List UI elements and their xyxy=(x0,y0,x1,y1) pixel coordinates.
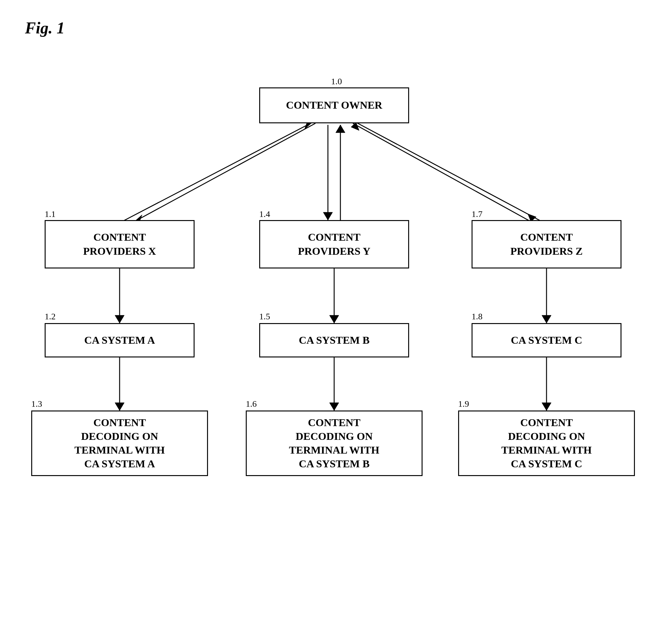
ca-a-box: CA SYSTEM A xyxy=(45,323,195,357)
svg-marker-7 xyxy=(336,125,345,133)
cp-z-box: CONTENT PROVIDERS Z xyxy=(472,220,621,269)
content-owner-ref: 1.0 xyxy=(331,76,342,87)
svg-line-10 xyxy=(356,122,540,221)
ca-c-box: CA SYSTEM C xyxy=(472,323,621,357)
dec-b-ref: 1.6 xyxy=(246,399,257,409)
svg-marker-19 xyxy=(330,403,339,411)
cp-z-ref: 1.7 xyxy=(472,209,483,219)
ca-c-ref: 1.8 xyxy=(472,311,483,322)
dec-c-ref: 1.9 xyxy=(458,399,469,409)
dec-b-label: CONTENT DECODING ON TERMINAL WITH CA SYS… xyxy=(289,416,379,471)
dec-b-box: CONTENT DECODING ON TERMINAL WITH CA SYS… xyxy=(246,411,423,476)
svg-line-2 xyxy=(124,122,312,221)
cp-y-box: CONTENT PROVIDERS Y xyxy=(259,220,409,269)
cp-x-box: CONTENT PROVIDERS X xyxy=(45,220,195,269)
ca-b-label: CA SYSTEM B xyxy=(299,333,370,347)
ca-b-ref: 1.5 xyxy=(259,311,270,322)
svg-marker-5 xyxy=(323,212,333,220)
ca-a-ref: 1.2 xyxy=(45,311,56,322)
svg-marker-21 xyxy=(542,315,551,323)
cp-y-label: CONTENT PROVIDERS Y xyxy=(298,230,370,258)
cp-y-ref: 1.4 xyxy=(259,209,270,219)
svg-marker-17 xyxy=(330,315,339,323)
cp-x-ref: 1.1 xyxy=(45,209,56,219)
svg-line-0 xyxy=(134,123,315,221)
svg-marker-23 xyxy=(542,403,551,411)
svg-marker-11 xyxy=(351,122,359,131)
dec-c-label: CONTENT DECODING ON TERMINAL WITH CA SYS… xyxy=(501,416,592,471)
ca-b-box: CA SYSTEM B xyxy=(259,323,409,357)
dec-c-box: CONTENT DECODING ON TERMINAL WITH CA SYS… xyxy=(458,411,635,476)
cp-x-label: CONTENT PROVIDERS X xyxy=(83,230,156,258)
fig-label: Fig. 1 xyxy=(25,19,65,37)
cp-z-label: CONTENT PROVIDERS Z xyxy=(510,230,582,258)
ca-a-label: CA SYSTEM A xyxy=(84,333,155,347)
svg-line-8 xyxy=(353,123,531,221)
dec-a-label: CONTENT DECODING ON TERMINAL WITH CA SYS… xyxy=(74,416,165,471)
dec-a-box: CONTENT DECODING ON TERMINAL WITH CA SYS… xyxy=(31,411,208,476)
content-owner-label: CONTENT OWNER xyxy=(286,98,382,112)
ca-c-label: CA SYSTEM C xyxy=(511,333,582,347)
svg-marker-13 xyxy=(115,315,124,323)
content-owner-box: CONTENT OWNER xyxy=(259,88,409,123)
svg-marker-15 xyxy=(115,403,124,411)
dec-a-ref: 1.3 xyxy=(31,399,42,409)
